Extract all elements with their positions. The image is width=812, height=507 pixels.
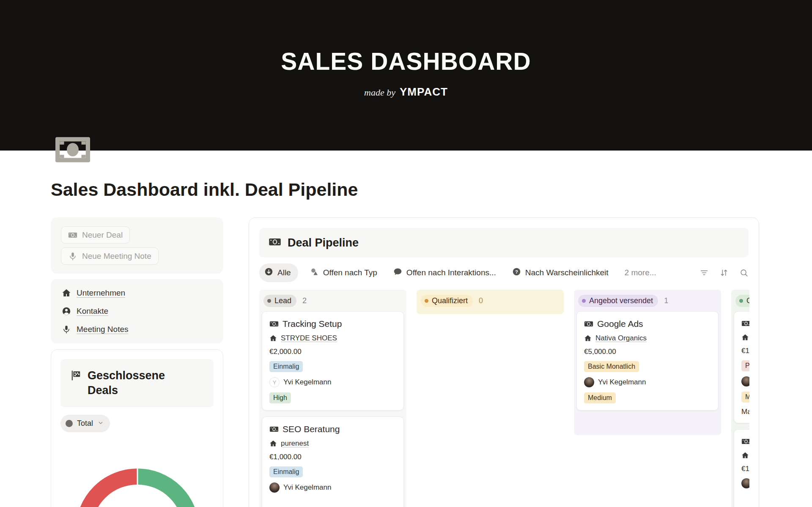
link-label: Meeting Notes xyxy=(77,325,129,334)
widget-title: Geschlossene Deals xyxy=(88,368,185,398)
column-header: Lead 2 xyxy=(262,292,404,311)
board-header: Deal Pipeline xyxy=(259,228,749,258)
owner-row xyxy=(741,376,749,386)
deal-date: May xyxy=(741,408,749,416)
type-tag: Basic Monatlich xyxy=(584,361,639,372)
neuer-deal-button[interactable]: Neuer Deal xyxy=(61,226,130,244)
card-title-row xyxy=(741,437,749,446)
status-pill-lead[interactable]: Lead xyxy=(263,295,296,307)
deal-amount: €1,000.00 xyxy=(269,453,396,461)
quick-actions-panel: Neuer Deal Neue Meeting Note xyxy=(51,217,223,274)
banknote-icon xyxy=(269,319,279,329)
tab-label: Offen nach Typ xyxy=(323,268,377,277)
kanban-column-qualifiziert: Qualifiziert 0 xyxy=(417,290,564,314)
tab-offen-nach-interaktions[interactable]: Offen nach Interaktions... xyxy=(393,267,496,278)
board-title: Deal Pipeline xyxy=(288,236,359,249)
more-views-button[interactable]: 2 more... xyxy=(625,268,656,277)
company-row: purenest xyxy=(269,439,396,448)
column-header: Ge xyxy=(734,292,749,311)
priority-tag: Medium xyxy=(584,392,616,403)
house-icon xyxy=(269,440,277,447)
page-banknote-icon[interactable] xyxy=(55,137,90,162)
status-pill-angebot-versendet[interactable]: Angebot versendet xyxy=(578,295,658,307)
tab-nach-warscheinlichkeit[interactable]: ? Nach Warscheinlichkeit xyxy=(512,267,609,278)
owner-row: Y Yvi Kegelmann xyxy=(269,377,396,387)
owner-name: Yvi Kegelmann xyxy=(283,483,331,492)
banknote-icon xyxy=(584,319,593,329)
type-tag: Pre xyxy=(741,360,749,371)
brand-name: YMPACT xyxy=(400,85,448,99)
search-icon[interactable] xyxy=(739,268,749,277)
avatar-photo xyxy=(584,377,594,387)
kanban-column-gewonnen-clipped: Ge V €10, Pre xyxy=(731,290,749,507)
tab-offen-nach-typ[interactable]: Offen nach Typ xyxy=(310,267,377,278)
deal-card-seo-beratung[interactable]: SEO Beratung purenest €1,000.00 Einmalig… xyxy=(262,417,404,507)
banknote-icon xyxy=(741,319,749,328)
priority-tag: High xyxy=(269,392,291,403)
shapes-icon xyxy=(310,267,319,278)
view-tabs: Alle Offen nach Typ Offen nach Interakti… xyxy=(259,263,749,283)
company-link[interactable]: STRYDE SHOES xyxy=(281,334,337,343)
button-label: Neue Meeting Note xyxy=(82,252,151,261)
avatar: Y xyxy=(269,377,280,387)
owner-row: Yvi Kegelmann xyxy=(584,377,711,387)
filter-label: Total xyxy=(77,419,93,428)
tab-alle[interactable]: Alle xyxy=(259,263,298,282)
neue-meeting-note-button[interactable]: Neue Meeting Note xyxy=(61,247,159,265)
kanban-column-lead: Lead 2 Tracking Setup STRYDE SHOES €2,00… xyxy=(259,290,406,507)
notion-page: SALES DASHBOARD made by YMPACT Sales Das… xyxy=(0,0,812,507)
status-pill-clipped[interactable]: Ge xyxy=(735,295,749,307)
status-pill-qualifiziert[interactable]: Qualifiziert xyxy=(421,295,473,307)
status-dot xyxy=(267,299,271,303)
card-title-row: SEO Beratung xyxy=(269,424,396,434)
button-label: Neuer Deal xyxy=(82,230,123,240)
card-title-row xyxy=(741,319,749,328)
status-label: Ge xyxy=(746,296,749,305)
tab-label: Nach Warscheinlichkeit xyxy=(525,268,609,277)
status-label: Qualifiziert xyxy=(432,296,468,305)
deal-card-clipped-1[interactable]: V €10, Pre Me May xyxy=(734,311,749,423)
avatar-photo xyxy=(269,482,280,493)
banknote-icon xyxy=(269,236,281,250)
status-label: Angebot versendet xyxy=(589,296,653,305)
sidebar-link-unternehmen[interactable]: Unternehmen xyxy=(62,288,125,298)
kanban-board: Lead 2 Tracking Setup STRYDE SHOES €2,00… xyxy=(259,290,749,507)
question-circle-icon: ? xyxy=(512,267,521,278)
sort-icon[interactable] xyxy=(719,268,729,277)
owner-name: Yvi Kegelmann xyxy=(283,378,331,386)
total-filter-dropdown[interactable]: Total xyxy=(60,415,110,432)
company-link[interactable]: Nativa Organics xyxy=(595,334,647,343)
closed-deals-header: Geschlossene Deals xyxy=(60,359,214,407)
svg-text:?: ? xyxy=(515,269,518,274)
house-icon xyxy=(269,334,277,342)
sidebar-link-meeting-notes[interactable]: Meeting Notes xyxy=(62,325,129,334)
type-tag: Einmalig xyxy=(269,466,303,477)
company-row: V xyxy=(741,333,749,342)
filter-icon[interactable] xyxy=(700,268,709,277)
banknote-icon xyxy=(269,425,279,434)
card-title-row: Tracking Setup xyxy=(269,319,396,329)
deal-card-clipped-2[interactable]: I €1,5 xyxy=(734,429,749,507)
column-header: Angebot versendet 1 xyxy=(576,292,719,311)
deal-amount: €5,000.00 xyxy=(584,348,711,356)
company-row: STRYDE SHOES xyxy=(269,334,396,343)
speech-bubble-icon xyxy=(393,267,402,278)
deal-card-google-ads[interactable]: Google Ads Nativa Organics €5,000.00 Bas… xyxy=(576,311,719,411)
chevron-down-icon xyxy=(97,419,104,428)
deal-title: Google Ads xyxy=(597,319,643,329)
circle-down-icon xyxy=(264,267,273,278)
made-by-text: made by xyxy=(364,87,395,98)
nav-links-panel: Unternehmen Kontakte Meeting Notes xyxy=(51,279,223,343)
sidebar-link-kontakte[interactable]: Kontakte xyxy=(62,307,108,316)
sidebar: Neuer Deal Neue Meeting Note Unternehmen xyxy=(51,217,223,507)
deal-title: Tracking Setup xyxy=(283,319,342,329)
company-link[interactable]: purenest xyxy=(281,439,309,448)
card-count: 0 xyxy=(479,296,483,305)
kanban-column-angebot-versendet: Angebot versendet 1 Google Ads Nativa Or… xyxy=(574,290,721,435)
status-dot xyxy=(739,299,743,303)
card-count: 2 xyxy=(302,296,307,305)
deal-card-tracking-setup[interactable]: Tracking Setup STRYDE SHOES €2,000.00 Ei… xyxy=(262,311,404,411)
deal-amount: €10, xyxy=(741,347,749,355)
microphone-icon xyxy=(68,252,77,261)
deal-pipeline-panel: Deal Pipeline Alle Offen nach Typ Offen … xyxy=(249,217,759,507)
